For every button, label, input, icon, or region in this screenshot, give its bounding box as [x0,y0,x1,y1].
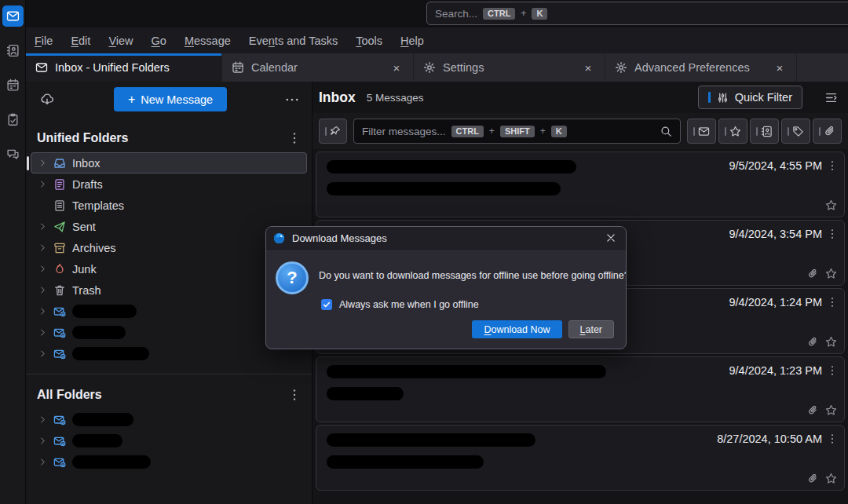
filter-toggle-group [687,119,842,144]
tasks-space-button[interactable] [2,109,24,130]
menu-edit[interactable]: Edit [71,35,90,47]
address-book-space-button[interactable] [2,40,24,61]
star-toggle-icon[interactable] [825,473,837,484]
section-header: Unified Folders [26,127,312,149]
folder-row-redacted[interactable] [31,430,307,451]
address-book-icon [6,44,20,57]
section-menu-icon[interactable] [288,389,301,401]
folder-row-templates[interactable]: Templates [31,195,307,216]
display-options-icon [824,91,838,104]
sticky-filter-button[interactable] [319,119,347,144]
expand-chevron-icon[interactable] [38,349,47,358]
account-icon [53,305,66,318]
tab-calendar[interactable]: Calendar× [222,53,414,82]
folder-label: Drafts [72,178,103,191]
account-icon [53,327,66,339]
filter-messages-input[interactable]: Filter messages... CTRL+SHIFT+K [353,119,681,144]
menu-help[interactable]: Help [400,35,424,47]
expand-chevron-icon[interactable] [38,265,47,273]
menu-file[interactable]: File [35,35,53,47]
mail-space-button[interactable] [2,5,24,27]
always-ask-checkbox-row[interactable]: Always ask me when I go offline [321,299,479,310]
expand-chevron-icon[interactable] [38,307,47,316]
dialog-close-button[interactable] [603,230,619,246]
download-now-button[interactable]: Download Now [472,320,561,338]
filter-tags-toggle[interactable] [781,119,810,144]
section-menu-icon[interactable] [288,132,301,144]
window-top-bar: Search... CTRL+K [26,0,848,27]
folder-pane-header: + New Message [26,82,312,118]
message-row[interactable]: 9/4/2024, 1:23 PM [316,356,845,422]
folder-label: Templates [72,199,124,212]
overflow-menu-icon[interactable] [285,93,299,107]
mail-icon [35,61,48,74]
tab-bar: Inbox - Unified FoldersCalendar×Settings… [26,53,848,82]
filter-contact-toggle[interactable] [750,119,779,144]
menu-message[interactable]: Message [185,35,231,47]
expand-chevron-icon[interactable] [38,159,47,167]
message-date: 9/4/2024, 3:54 PM [729,228,823,240]
later-button[interactable]: Later [568,320,615,338]
star-toggle-icon[interactable] [825,404,837,416]
star-toggle-icon[interactable] [825,336,837,348]
button-notch [325,127,327,136]
filter-unread-icon [698,126,710,137]
quick-filter-active-indicator [708,92,711,103]
expand-chevron-icon[interactable] [38,415,47,424]
folder-row-redacted[interactable] [31,451,307,473]
message-menu-icon[interactable] [827,228,838,239]
calendar-space-button[interactable] [2,75,24,96]
expand-chevron-icon[interactable] [38,286,47,294]
tab-close-button[interactable]: × [773,60,787,75]
cloud-download-icon[interactable] [40,92,54,106]
folder-row-drafts[interactable]: Drafts [31,173,307,195]
tab-advanced-preferences[interactable]: Advanced Preferences× [605,53,797,82]
filter-attachment-toggle[interactable] [813,119,842,144]
display-options-button[interactable] [820,86,842,108]
tab-close-button[interactable]: × [581,60,595,75]
message-row[interactable]: 8/27/2024, 10:50 AM [316,425,845,491]
message-menu-icon[interactable] [827,160,838,171]
key-badge: CTRL [483,8,515,20]
message-list-header: Inbox 5 Messages Quick Filter [313,82,848,113]
message-row[interactable]: 9/5/2024, 4:55 PM [316,152,845,217]
tab-close-button[interactable]: × [389,60,404,75]
folder-row-redacted[interactable] [31,409,307,430]
expand-chevron-icon[interactable] [38,328,47,337]
star-toggle-icon[interactable] [825,268,837,279]
expand-chevron-icon[interactable] [38,243,47,252]
filter-unread-toggle[interactable] [687,119,716,144]
menu-go[interactable]: Go [152,35,166,47]
drafts-icon [53,178,66,191]
checkbox-checked[interactable] [321,299,332,310]
message-menu-icon[interactable] [827,297,838,308]
menu-tools[interactable]: Tools [356,35,382,47]
expand-chevron-icon[interactable] [38,436,47,445]
expand-chevron-icon[interactable] [38,180,47,188]
menu-events-and-tasks[interactable]: Events and Tasks [249,35,338,47]
tab-label: Calendar [251,61,382,74]
expand-chevron-icon[interactable] [38,222,47,231]
new-message-button[interactable]: + New Message [114,87,227,111]
star-toggle-icon[interactable] [825,199,837,211]
menu-view[interactable]: View [108,35,133,47]
folder-row-inbox[interactable]: Inbox [31,152,307,173]
chat-space-button[interactable] [2,144,24,165]
dialog-buttons: Download NowLater [472,320,614,349]
quick-filter-button[interactable]: Quick Filter [698,86,802,109]
redacted-folder-name [72,347,149,360]
key-badge: SHIFT [500,126,535,137]
message-menu-icon[interactable] [827,433,838,444]
section-title: All Folders [37,388,288,402]
message-menu-icon[interactable] [827,365,838,376]
tab-label: Settings [443,61,574,74]
dialog-message: Do you want to download messages for off… [319,270,627,281]
global-search-input[interactable]: Search... CTRL+K [426,2,848,25]
filter-starred-toggle[interactable] [718,119,747,144]
folder-label: Junk [72,263,97,276]
attachment-icon [807,473,818,484]
tab-settings[interactable]: Settings× [414,53,605,82]
button-notch [693,127,695,136]
tab-inbox-unified-folders[interactable]: Inbox - Unified Folders [26,53,222,82]
expand-chevron-icon[interactable] [38,458,47,466]
